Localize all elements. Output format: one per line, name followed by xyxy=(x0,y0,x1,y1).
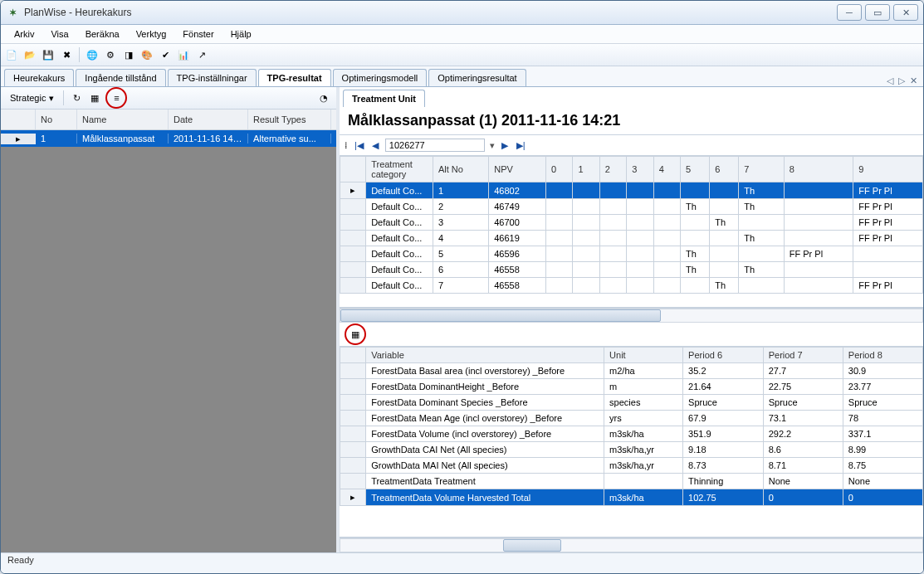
variables-row[interactable]: ForestData Basal area (incl overstorey) … xyxy=(340,363,923,379)
bottom-horizontal-scrollbar[interactable] xyxy=(340,538,923,552)
bottom-col-header[interactable]: Variable xyxy=(366,348,604,363)
handle-icon[interactable]: ⁞ xyxy=(345,140,348,151)
table-view-icon[interactable]: ▦ xyxy=(348,327,363,342)
cube-icon[interactable]: ◨ xyxy=(121,47,136,62)
bottom-col-header[interactable]: Period 7 xyxy=(763,348,843,363)
top-col-header[interactable]: 8 xyxy=(784,157,853,182)
variables-row[interactable]: TreatmentData TreatmentThinningNoneNone xyxy=(340,474,923,489)
variables-grid[interactable]: VariableUnitPeriod 6Period 7Period 8Fore… xyxy=(340,347,923,538)
check-icon[interactable]: ✔ xyxy=(158,47,173,62)
grid-cell: Default Co... xyxy=(366,199,433,215)
tabs-prev-icon[interactable]: ◁ xyxy=(884,75,896,86)
col-no[interactable]: No xyxy=(36,109,77,129)
list-icon[interactable]: ≡ xyxy=(109,90,124,105)
alternatives-row[interactable]: Default Co...546596ThFF Pr Pl xyxy=(340,246,923,262)
top-col-header[interactable]: NPV xyxy=(489,157,546,182)
variables-row[interactable]: GrowthData MAI Net (All species)m3sk/ha,… xyxy=(340,458,923,474)
variables-row[interactable]: ForestData DominantHeight _Beforem21.642… xyxy=(340,379,923,395)
top-col-header[interactable]: 9 xyxy=(853,157,923,182)
new-icon[interactable]: 📄 xyxy=(4,47,19,62)
tab-ingaende[interactable]: Ingående tillstånd xyxy=(76,69,165,86)
top-col-header[interactable]: Alt No xyxy=(433,157,488,182)
palette-icon[interactable]: 🎨 xyxy=(139,47,154,62)
grid-cell: m xyxy=(604,379,683,395)
alternatives-row[interactable]: Default Co...246749ThThFF Pr Pl xyxy=(340,199,923,215)
menu-fonster[interactable]: Fönster xyxy=(176,27,220,41)
close-button[interactable]: ✕ xyxy=(893,4,918,21)
alternatives-row[interactable]: Default Co...646558ThTh xyxy=(340,262,923,278)
alternatives-grid[interactable]: TreatmentcategoryAlt NoNPV0123456789▸Def… xyxy=(340,156,923,308)
tab-treatment-unit[interactable]: Treatment Unit xyxy=(343,90,425,107)
top-col-header[interactable]: 4 xyxy=(653,157,680,182)
grid-cell xyxy=(681,182,710,199)
variables-row[interactable]: ForestData Dominant Species _Beforespeci… xyxy=(340,395,923,411)
alternatives-row[interactable]: Default Co...446619ThFF Pr Pl xyxy=(340,231,923,246)
open-icon[interactable]: 📂 xyxy=(22,47,37,62)
alternatives-row[interactable]: Default Co...746558ThFF Pr Pl xyxy=(340,278,923,294)
top-col-header[interactable]: 6 xyxy=(710,157,739,182)
bottom-col-header[interactable]: Period 6 xyxy=(683,348,764,363)
top-col-header[interactable]: 5 xyxy=(681,157,710,182)
nav-prev-icon[interactable]: ◀ xyxy=(370,140,380,151)
col-result-types[interactable]: Result Types xyxy=(248,109,331,129)
grid-cell xyxy=(710,231,739,246)
variables-row[interactable]: GrowthData CAI Net (All species)m3sk/ha,… xyxy=(340,442,923,458)
top-horizontal-scrollbar[interactable] xyxy=(340,308,923,323)
grid-cell: 22.75 xyxy=(763,379,843,395)
grid-cell xyxy=(599,262,626,278)
results-row[interactable]: ▸ 1 Målklassanpassat 2011-11-16 14:21 Al… xyxy=(1,130,336,147)
gear-icon[interactable]: ⚙ xyxy=(103,47,118,62)
nav-first-icon[interactable]: |◀ xyxy=(353,140,365,151)
refresh-icon[interactable]: ↻ xyxy=(69,90,84,105)
top-col-header[interactable]: Treatmentcategory xyxy=(366,157,433,182)
top-col-header[interactable]: 3 xyxy=(627,157,653,182)
variables-row[interactable]: ForestData Mean Age (incl overstorey) _B… xyxy=(340,411,923,426)
nav-last-icon[interactable]: ▶| xyxy=(515,140,527,151)
tab-optimeringsmodell[interactable]: Optimeringsmodell xyxy=(333,69,428,86)
tab-heurekakurs[interactable]: Heurekakurs xyxy=(4,69,74,86)
results-list[interactable]: ▸ 1 Målklassanpassat 2011-11-16 14:21 Al… xyxy=(1,130,336,552)
top-col-header[interactable]: 2 xyxy=(599,157,626,182)
col-date[interactable]: Date xyxy=(169,109,248,129)
grid-cell: 35.2 xyxy=(683,363,764,379)
tab-tpg-resultat[interactable]: TPG-resultat xyxy=(258,69,331,86)
detail-title: Målklassanpassat (1) 2011-11-16 14:21 xyxy=(340,107,923,135)
col-name[interactable]: Name xyxy=(77,109,169,129)
bottom-col-header[interactable]: Period 8 xyxy=(843,348,922,363)
bottom-col-header[interactable]: Unit xyxy=(604,348,683,363)
variables-row[interactable]: ▸TreatmentData Volume Harvested Totalm3s… xyxy=(340,489,923,506)
top-col-header[interactable]: 1 xyxy=(573,157,599,182)
alternatives-row[interactable]: ▸Default Co...146802ThFF Pr Pl xyxy=(340,182,923,199)
tabs-next-icon[interactable]: ▷ xyxy=(896,75,907,86)
maximize-button[interactable]: ▭ xyxy=(865,4,890,21)
grid-cell: FF Pr Pl xyxy=(784,246,853,262)
save-icon[interactable]: 💾 xyxy=(41,47,56,62)
mode-dropdown[interactable]: Strategic ▾ xyxy=(6,91,58,105)
alternatives-row[interactable]: Default Co...346700ThFF Pr Pl xyxy=(340,215,923,231)
tabs-close-icon[interactable]: ✕ xyxy=(907,75,920,86)
row-indicator-icon xyxy=(340,262,366,278)
chevron-down-icon[interactable]: ▾ xyxy=(490,140,495,151)
help-icon[interactable]: ◔ xyxy=(316,90,331,105)
minimize-button[interactable]: ─ xyxy=(837,4,862,21)
variables-row[interactable]: ForestData Volume (incl overstorey) _Bef… xyxy=(340,426,923,442)
menu-visa[interactable]: Visa xyxy=(44,27,75,41)
grid-icon[interactable]: ▦ xyxy=(87,90,102,105)
top-col-header[interactable]: 7 xyxy=(739,157,785,182)
tab-optimeringsresultat[interactable]: Optimeringsresultat xyxy=(428,69,526,86)
menu-berakna[interactable]: Beräkna xyxy=(79,27,126,41)
menu-hjalp[interactable]: Hjälp xyxy=(224,27,258,41)
menu-verktyg[interactable]: Verktyg xyxy=(130,27,174,41)
grid-cell: 21.64 xyxy=(683,379,764,395)
nav-next-icon[interactable]: ▶ xyxy=(500,140,510,151)
chart-icon[interactable]: 📊 xyxy=(176,47,191,62)
grid-cell: FF Pr Pl xyxy=(853,278,923,294)
delete-icon[interactable]: ✖ xyxy=(59,47,74,62)
tab-tpg-installningar[interactable]: TPG-inställningar xyxy=(168,69,257,86)
menu-arkiv[interactable]: Arkiv xyxy=(7,27,41,41)
top-col-header[interactable]: 0 xyxy=(545,157,572,182)
record-input[interactable] xyxy=(385,139,485,152)
grid-cell xyxy=(545,262,572,278)
globe-icon[interactable]: 🌐 xyxy=(85,47,100,62)
export-icon[interactable]: ↗ xyxy=(194,47,209,62)
